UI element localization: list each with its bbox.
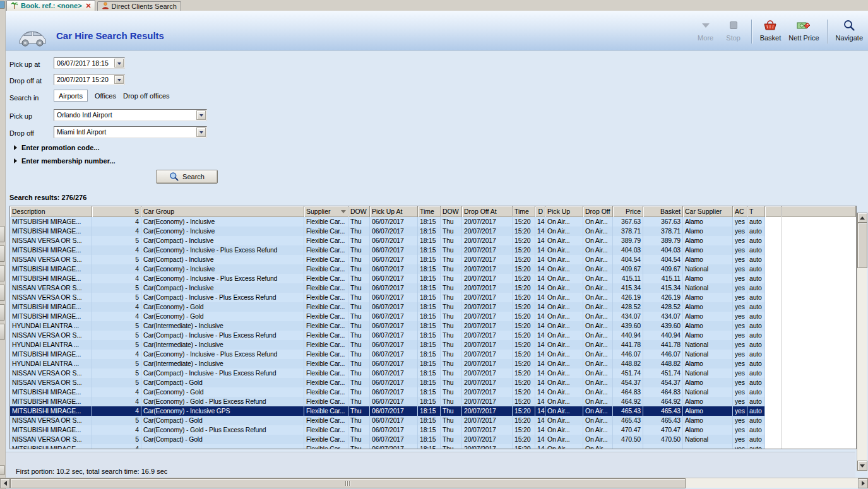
result-row[interactable]: NISSAN VERSA OR S...5Car(Compact) - Gold… (10, 435, 856, 444)
pick-up-field[interactable]: Orlando Intl Airport (54, 109, 207, 121)
result-row[interactable]: MITSUBISHI MIRAGE...4Car(Economy) - Gold… (10, 425, 856, 435)
result-row[interactable]: NISSAN VERSA OR S...5Car(Compact) - Incl… (10, 368, 856, 378)
column-header-car_group[interactable]: Car Group (141, 206, 304, 217)
cell-price: 464.92 (613, 397, 643, 406)
result-row[interactable]: MITSUBISHI MIRAGE...4Car(Economy) - Incl… (10, 264, 856, 274)
result-row[interactable]: MITSUBISHI MIRAGE...4Car(Economy) - Gold… (10, 312, 856, 321)
result-row[interactable]: NISSAN VERSA OR S...5Car(Compact) - Gold… (10, 378, 856, 387)
promotion-code-expander[interactable]: Enter promotion code... (14, 144, 99, 151)
result-row[interactable]: NISSAN VERSA OR S...5Car(Compact) - Incl… (10, 255, 856, 264)
column-header-t[interactable]: T (747, 206, 765, 217)
nett-price-button[interactable]: Nett Price (788, 18, 819, 42)
dock-icon[interactable] (0, 285, 5, 301)
cell-basket: 451.74 (643, 368, 683, 378)
result-row-selected[interactable]: MITSUBISHI MIRAGE...4Car(Economy) - Incl… (10, 406, 856, 416)
result-row[interactable]: MITSUBISHI MIRAGE...4Flexible Car...Thu0… (10, 444, 856, 449)
cell-ac: yes (733, 283, 747, 293)
result-row[interactable]: HYUNDAI ELANTRA ...5Car(Intermediate) - … (10, 321, 856, 331)
dock-icon[interactable] (0, 304, 5, 321)
result-row[interactable]: MITSUBISHI MIRAGE...4Car(Economy) - Gold… (10, 387, 856, 397)
column-header-pick_up_at[interactable]: Pick Up At (370, 206, 418, 217)
result-row[interactable]: HYUNDAI ELANTRA ...5Car(Intermediate) - … (10, 359, 856, 368)
cell-dow1: Thu (348, 416, 370, 425)
result-row[interactable]: MITSUBISHI MIRAGE...4Car(Economy) - Incl… (10, 274, 856, 283)
tab-booking-ref[interactable]: Book. ref.: <none> (6, 0, 95, 11)
cell-blank (765, 397, 782, 406)
drop-off-dropdown-button[interactable] (196, 127, 206, 137)
close-tab-icon[interactable] (86, 3, 91, 8)
membership-number-expander[interactable]: Enter membership number... (14, 157, 116, 165)
cell-pick_up: On Air... (545, 264, 583, 274)
cell-description: MITSUBISHI MIRAGE... (10, 444, 92, 449)
dock-icon[interactable] (0, 265, 5, 281)
horizontal-scroll-thumb[interactable] (10, 478, 686, 488)
result-row[interactable]: MITSUBISHI MIRAGE...4Car(Economy) - Incl… (10, 227, 856, 236)
cell-drop_off: On Air... (583, 359, 613, 368)
drop-off-at-field[interactable]: 20/07/2017 15:20 (54, 74, 125, 85)
search-button[interactable]: Search (156, 170, 218, 184)
dock-icon[interactable] (0, 245, 5, 262)
cell-car_supplier: Alamo (683, 227, 733, 236)
column-header-drop_off[interactable]: Drop Off (583, 206, 613, 217)
result-row[interactable]: MITSUBISHI MIRAGE...4Car(Economy) - Gold… (10, 397, 856, 406)
scroll-right-button[interactable] (858, 478, 868, 488)
cell-price: 470.50 (613, 435, 643, 444)
dock-icon[interactable] (0, 1, 5, 9)
column-header-time2[interactable]: Time (513, 206, 535, 217)
scroll-up-button[interactable] (857, 213, 867, 223)
result-row[interactable]: NISSAN VERSA OR S...5Car(Compact) - Incl… (10, 331, 856, 340)
search-in-drop-off-offices[interactable]: Drop off offices (123, 92, 170, 100)
result-row[interactable]: NISSAN VERSA OR S...5Car(Compact) - Incl… (10, 293, 856, 302)
result-row[interactable]: MITSUBISHI MIRAGE...4Car(Economy) - Incl… (10, 217, 856, 227)
cell-car_group: Car(Economy) - Inclusive (141, 264, 304, 274)
cell-car_group: Car(Economy) - Gold (141, 387, 304, 397)
dock-icon[interactable] (0, 226, 5, 242)
drop-off-field[interactable]: Miami Intl Airport (54, 126, 207, 138)
result-row[interactable]: HYUNDAI ELANTRA ...5Car(Intermediate) - … (10, 340, 856, 350)
dock-icon[interactable] (0, 324, 5, 340)
vertical-scrollbar[interactable] (857, 213, 867, 471)
navigate-button[interactable]: Navigate (836, 18, 863, 42)
dock-icon[interactable] (0, 465, 5, 475)
column-header-dow1[interactable]: DOW (348, 206, 370, 217)
column-header-drop_off_at[interactable]: Drop Off At (462, 206, 513, 217)
column-header-s[interactable]: S (92, 206, 141, 217)
scroll-down-button[interactable] (857, 461, 867, 471)
column-header-d[interactable]: D (535, 206, 545, 217)
result-row[interactable]: NISSAN VERSA OR S...5Car(Compact) - Incl… (10, 283, 856, 293)
cell-time2: 15:20 (513, 359, 535, 368)
column-header-dow2[interactable]: DOW (441, 206, 462, 217)
pick-up-dropdown-button[interactable] (196, 110, 206, 120)
vertical-scroll-thumb[interactable] (857, 223, 867, 268)
column-header-basket[interactable]: Basket (643, 206, 683, 217)
horizontal-scrollbar[interactable] (0, 478, 868, 488)
search-in-offices[interactable]: Offices (95, 92, 116, 100)
result-row[interactable]: MITSUBISHI MIRAGE...4Car(Economy) - Incl… (10, 245, 856, 255)
stop-icon (730, 18, 737, 33)
tab-direct-clients-search[interactable]: Direct Clients Search (97, 1, 181, 11)
basket-button[interactable]: Basket (760, 18, 782, 42)
search-in-airports[interactable]: Airports (54, 90, 88, 102)
column-header-supplier[interactable]: Supplier (304, 206, 348, 217)
result-row[interactable]: MITSUBISHI MIRAGE...4Car(Economy) - Incl… (10, 350, 856, 359)
cell-s: 5 (92, 283, 141, 293)
drop-off-at-dropdown-button[interactable] (114, 75, 124, 84)
result-row[interactable]: MITSUBISHI MIRAGE...4Car(Economy) - Gold… (10, 302, 856, 312)
scroll-left-button[interactable] (0, 478, 10, 488)
pick-up-at-dropdown-button[interactable] (114, 59, 124, 68)
cell-drop_off_at: 20/07/2017 (462, 416, 513, 425)
column-header-price[interactable]: Price (613, 206, 643, 217)
cell-drop_off_at: 20/07/2017 (462, 387, 513, 397)
column-header-time1[interactable]: Time (418, 206, 441, 217)
cell-s: 4 (92, 264, 141, 274)
column-header-ac[interactable]: AC (733, 206, 747, 217)
pick-up-at-field[interactable]: 06/07/2017 18:15 (54, 57, 125, 69)
cell-t: auto (747, 236, 765, 245)
cell-pick_up: On Air... (545, 350, 583, 359)
column-header-pick_up[interactable]: Pick Up (545, 206, 583, 217)
column-header-description[interactable]: Description (10, 206, 92, 217)
column-header-car_supplier[interactable]: Car Supplier (683, 206, 733, 217)
cell-car_supplier: Alamo (683, 331, 733, 340)
result-row[interactable]: NISSAN VERSA OR S...5Car(Compact) - Gold… (10, 416, 856, 425)
result-row[interactable]: NISSAN VERSA OR S...5Car(Compact) - Incl… (10, 236, 856, 245)
